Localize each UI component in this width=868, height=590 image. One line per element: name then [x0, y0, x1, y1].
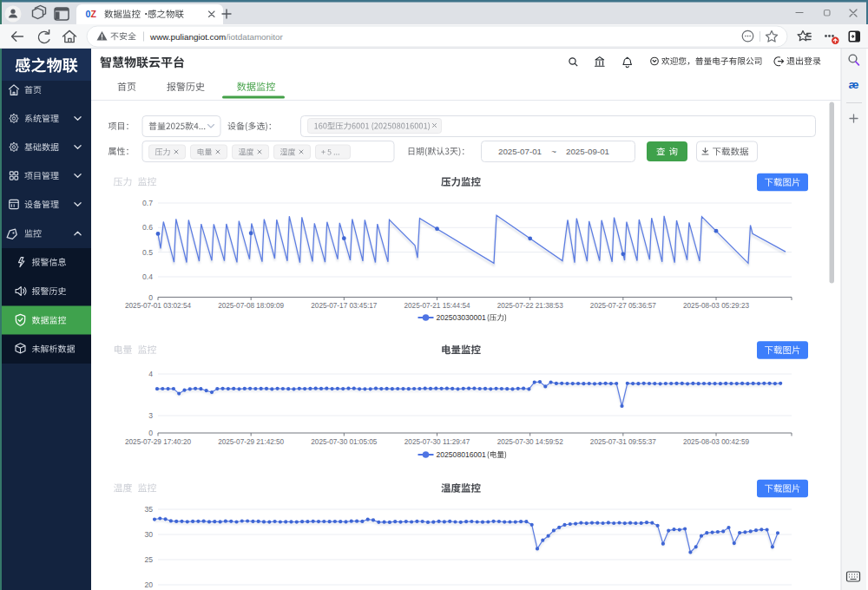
svg-text:2025-07-01 03:02:54: 2025-07-01 03:02:54	[125, 302, 191, 310]
svg-text:25: 25	[144, 555, 153, 564]
svg-text:2025-07-30 14:59:52: 2025-07-30 14:59:52	[497, 438, 563, 446]
svg-text:4: 4	[148, 370, 153, 378]
svg-text:2025-07-29 21:42:50: 2025-07-29 21:42:50	[218, 438, 284, 446]
svg-text:0.7: 0.7	[142, 199, 153, 207]
svg-text:202503030001: 202503030001	[437, 313, 487, 322]
svg-text:æ: æ	[849, 78, 859, 91]
svg-text:0.4: 0.4	[142, 272, 153, 281]
svg-text:2025-07-22 21:38:53: 2025-07-22 21:38:53	[497, 302, 563, 310]
svg-text:2025-08-03 00:42:59: 2025-08-03 00:42:59	[683, 438, 749, 446]
svg-text:0.6: 0.6	[142, 223, 153, 232]
svg-text:0: 0	[148, 429, 153, 437]
svg-text:20: 20	[144, 580, 153, 589]
svg-text:2025-07-17 03:45:17: 2025-07-17 03:45:17	[311, 302, 377, 310]
svg-text:2025-07-31 09:55:37: 2025-07-31 09:55:37	[590, 438, 656, 446]
svg-text:0.5: 0.5	[142, 248, 153, 257]
svg-text:2025-07-27 05:36:57: 2025-07-27 05:36:57	[590, 302, 656, 310]
svg-text:2025-07-21 15:44:54: 2025-07-21 15:44:54	[404, 302, 470, 310]
svg-text:2025-07-29 17:40:20: 2025-07-29 17:40:20	[125, 438, 191, 446]
svg-text:~: ~	[551, 147, 556, 156]
svg-text:2025-07-30 01:05:05: 2025-07-30 01:05:05	[311, 438, 377, 446]
svg-text:202508016001: 202508016001	[437, 450, 487, 459]
svg-text:2025-07-30 11:29:47: 2025-07-30 11:29:47	[404, 438, 470, 446]
svg-text:2025-07-08 18:09:09: 2025-07-08 18:09:09	[218, 302, 284, 310]
svg-text:2025-07-01: 2025-07-01	[498, 147, 542, 156]
svg-text:35: 35	[144, 505, 153, 514]
svg-text:/iotdatamonitor: /iotdatamonitor	[227, 32, 284, 42]
svg-text:2025-09-01: 2025-09-01	[566, 147, 609, 156]
svg-text:3: 3	[148, 411, 153, 420]
svg-text:0: 0	[148, 293, 153, 302]
svg-text:2025-08-03 05:29:23: 2025-08-03 05:29:23	[683, 302, 749, 310]
svg-text:Z: Z	[91, 9, 97, 19]
svg-text:www.puliangiot.com: www.puliangiot.com	[149, 32, 226, 42]
svg-text:30: 30	[144, 530, 153, 539]
